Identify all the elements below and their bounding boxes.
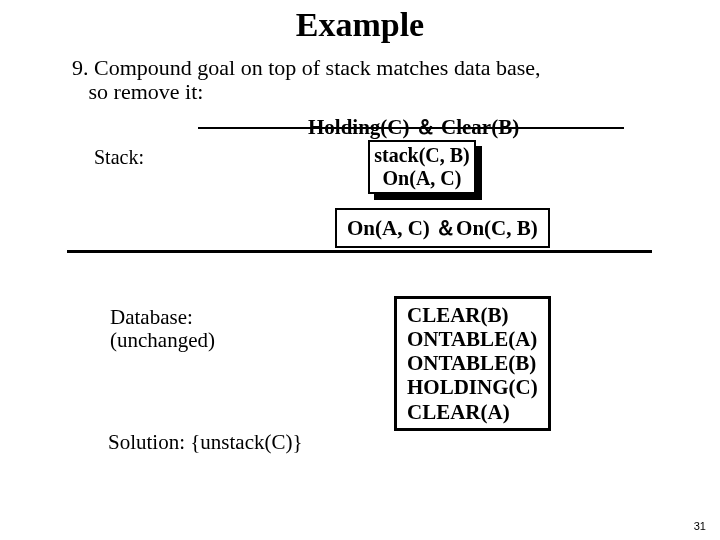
database-fact: CLEAR(A) <box>407 400 538 424</box>
bottom-goal: On(A, C) ＆On(C, B) <box>335 208 550 248</box>
database-box: CLEAR(B) ONTABLE(A) ONTABLE(B) HOLDING(C… <box>394 296 551 431</box>
slide: Example 9. Compound goal on top of stack… <box>0 0 720 540</box>
stack-label: Stack: <box>94 146 144 169</box>
step-text-line1: Compound goal on top of stack matches da… <box>94 55 541 80</box>
stack-box-line1: stack(C, B) <box>370 144 474 167</box>
page-number: 31 <box>694 520 706 532</box>
database-label: Database: (unchanged) <box>110 306 215 352</box>
strike-line <box>198 127 624 129</box>
slide-title: Example <box>0 6 720 44</box>
divider-line <box>67 250 652 253</box>
database-label-line2: (unchanged) <box>110 328 215 352</box>
database-fact: ONTABLE(A) <box>407 327 538 351</box>
database-label-line1: Database: <box>110 305 193 329</box>
stack-box-line2: On(A, C) <box>370 167 474 190</box>
database-fact: CLEAR(B) <box>407 303 538 327</box>
database-fact: HOLDING(C) <box>407 375 538 399</box>
step-description: 9. Compound goal on top of stack matches… <box>72 56 632 104</box>
stack-box-front: stack(C, B) On(A, C) <box>368 140 476 194</box>
step-number: 9. <box>72 55 89 80</box>
solution-label: Solution: {unstack(C)} <box>108 430 303 455</box>
stack-box: stack(C, B) On(A, C) <box>368 140 476 194</box>
step-text-line2: so remove it: <box>89 79 204 104</box>
database-fact: ONTABLE(B) <box>407 351 538 375</box>
